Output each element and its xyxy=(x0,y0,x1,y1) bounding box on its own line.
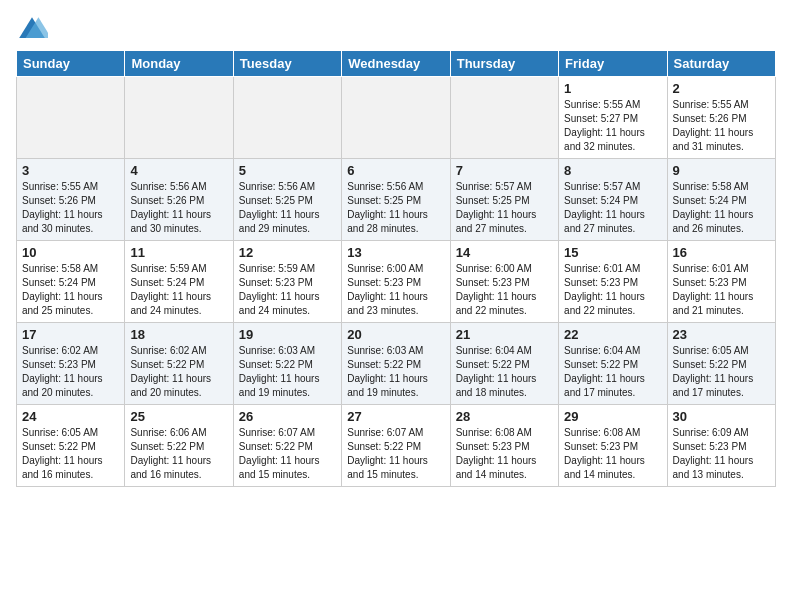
day-number: 29 xyxy=(564,409,661,424)
calendar-cell: 25Sunrise: 6:06 AM Sunset: 5:22 PM Dayli… xyxy=(125,405,233,487)
calendar-cell: 4Sunrise: 5:56 AM Sunset: 5:26 PM Daylig… xyxy=(125,159,233,241)
day-info: Sunrise: 5:57 AM Sunset: 5:24 PM Dayligh… xyxy=(564,180,661,236)
day-info: Sunrise: 6:02 AM Sunset: 5:23 PM Dayligh… xyxy=(22,344,119,400)
day-number: 12 xyxy=(239,245,336,260)
calendar-cell: 10Sunrise: 5:58 AM Sunset: 5:24 PM Dayli… xyxy=(17,241,125,323)
weekday-header: Wednesday xyxy=(342,51,450,77)
day-number: 23 xyxy=(673,327,770,342)
day-number: 2 xyxy=(673,81,770,96)
weekday-header: Friday xyxy=(559,51,667,77)
day-info: Sunrise: 6:07 AM Sunset: 5:22 PM Dayligh… xyxy=(347,426,444,482)
day-number: 9 xyxy=(673,163,770,178)
day-number: 3 xyxy=(22,163,119,178)
day-number: 28 xyxy=(456,409,553,424)
calendar-cell: 17Sunrise: 6:02 AM Sunset: 5:23 PM Dayli… xyxy=(17,323,125,405)
day-number: 25 xyxy=(130,409,227,424)
calendar-cell: 7Sunrise: 5:57 AM Sunset: 5:25 PM Daylig… xyxy=(450,159,558,241)
day-info: Sunrise: 5:55 AM Sunset: 5:26 PM Dayligh… xyxy=(22,180,119,236)
day-info: Sunrise: 5:55 AM Sunset: 5:27 PM Dayligh… xyxy=(564,98,661,154)
calendar-week: 24Sunrise: 6:05 AM Sunset: 5:22 PM Dayli… xyxy=(17,405,776,487)
calendar-cell: 21Sunrise: 6:04 AM Sunset: 5:22 PM Dayli… xyxy=(450,323,558,405)
calendar-cell: 28Sunrise: 6:08 AM Sunset: 5:23 PM Dayli… xyxy=(450,405,558,487)
day-number: 26 xyxy=(239,409,336,424)
weekday-header: Tuesday xyxy=(233,51,341,77)
calendar-cell: 27Sunrise: 6:07 AM Sunset: 5:22 PM Dayli… xyxy=(342,405,450,487)
calendar-cell: 26Sunrise: 6:07 AM Sunset: 5:22 PM Dayli… xyxy=(233,405,341,487)
day-number: 18 xyxy=(130,327,227,342)
calendar-cell: 8Sunrise: 5:57 AM Sunset: 5:24 PM Daylig… xyxy=(559,159,667,241)
day-info: Sunrise: 6:05 AM Sunset: 5:22 PM Dayligh… xyxy=(673,344,770,400)
calendar-cell: 20Sunrise: 6:03 AM Sunset: 5:22 PM Dayli… xyxy=(342,323,450,405)
day-info: Sunrise: 6:06 AM Sunset: 5:22 PM Dayligh… xyxy=(130,426,227,482)
day-number: 6 xyxy=(347,163,444,178)
day-info: Sunrise: 5:56 AM Sunset: 5:26 PM Dayligh… xyxy=(130,180,227,236)
day-info: Sunrise: 6:05 AM Sunset: 5:22 PM Dayligh… xyxy=(22,426,119,482)
day-number: 13 xyxy=(347,245,444,260)
day-number: 17 xyxy=(22,327,119,342)
day-number: 19 xyxy=(239,327,336,342)
page: SundayMondayTuesdayWednesdayThursdayFrid… xyxy=(0,0,792,612)
day-info: Sunrise: 6:04 AM Sunset: 5:22 PM Dayligh… xyxy=(564,344,661,400)
day-info: Sunrise: 5:58 AM Sunset: 5:24 PM Dayligh… xyxy=(673,180,770,236)
calendar-cell: 30Sunrise: 6:09 AM Sunset: 5:23 PM Dayli… xyxy=(667,405,775,487)
day-number: 10 xyxy=(22,245,119,260)
calendar-week: 3Sunrise: 5:55 AM Sunset: 5:26 PM Daylig… xyxy=(17,159,776,241)
calendar-cell: 29Sunrise: 6:08 AM Sunset: 5:23 PM Dayli… xyxy=(559,405,667,487)
day-info: Sunrise: 6:09 AM Sunset: 5:23 PM Dayligh… xyxy=(673,426,770,482)
calendar-cell: 19Sunrise: 6:03 AM Sunset: 5:22 PM Dayli… xyxy=(233,323,341,405)
calendar-cell: 22Sunrise: 6:04 AM Sunset: 5:22 PM Dayli… xyxy=(559,323,667,405)
day-info: Sunrise: 6:01 AM Sunset: 5:23 PM Dayligh… xyxy=(564,262,661,318)
day-number: 27 xyxy=(347,409,444,424)
day-info: Sunrise: 6:08 AM Sunset: 5:23 PM Dayligh… xyxy=(564,426,661,482)
calendar-cell: 5Sunrise: 5:56 AM Sunset: 5:25 PM Daylig… xyxy=(233,159,341,241)
day-info: Sunrise: 5:56 AM Sunset: 5:25 PM Dayligh… xyxy=(239,180,336,236)
calendar-cell: 15Sunrise: 6:01 AM Sunset: 5:23 PM Dayli… xyxy=(559,241,667,323)
calendar-cell xyxy=(450,77,558,159)
day-info: Sunrise: 6:03 AM Sunset: 5:22 PM Dayligh… xyxy=(347,344,444,400)
day-number: 5 xyxy=(239,163,336,178)
header-row: SundayMondayTuesdayWednesdayThursdayFrid… xyxy=(17,51,776,77)
day-info: Sunrise: 5:55 AM Sunset: 5:26 PM Dayligh… xyxy=(673,98,770,154)
day-number: 30 xyxy=(673,409,770,424)
day-info: Sunrise: 6:01 AM Sunset: 5:23 PM Dayligh… xyxy=(673,262,770,318)
calendar-cell: 6Sunrise: 5:56 AM Sunset: 5:25 PM Daylig… xyxy=(342,159,450,241)
day-number: 14 xyxy=(456,245,553,260)
day-number: 11 xyxy=(130,245,227,260)
day-info: Sunrise: 5:59 AM Sunset: 5:23 PM Dayligh… xyxy=(239,262,336,318)
calendar-cell: 14Sunrise: 6:00 AM Sunset: 5:23 PM Dayli… xyxy=(450,241,558,323)
day-info: Sunrise: 6:07 AM Sunset: 5:22 PM Dayligh… xyxy=(239,426,336,482)
weekday-header: Saturday xyxy=(667,51,775,77)
day-number: 21 xyxy=(456,327,553,342)
weekday-header: Thursday xyxy=(450,51,558,77)
day-info: Sunrise: 5:56 AM Sunset: 5:25 PM Dayligh… xyxy=(347,180,444,236)
day-number: 7 xyxy=(456,163,553,178)
calendar-cell: 18Sunrise: 6:02 AM Sunset: 5:22 PM Dayli… xyxy=(125,323,233,405)
day-number: 8 xyxy=(564,163,661,178)
logo-icon xyxy=(16,14,48,46)
calendar-cell: 12Sunrise: 5:59 AM Sunset: 5:23 PM Dayli… xyxy=(233,241,341,323)
day-info: Sunrise: 6:04 AM Sunset: 5:22 PM Dayligh… xyxy=(456,344,553,400)
calendar-week: 1Sunrise: 5:55 AM Sunset: 5:27 PM Daylig… xyxy=(17,77,776,159)
calendar-cell: 16Sunrise: 6:01 AM Sunset: 5:23 PM Dayli… xyxy=(667,241,775,323)
calendar-cell: 2Sunrise: 5:55 AM Sunset: 5:26 PM Daylig… xyxy=(667,77,775,159)
weekday-header: Monday xyxy=(125,51,233,77)
day-info: Sunrise: 5:58 AM Sunset: 5:24 PM Dayligh… xyxy=(22,262,119,318)
calendar-cell: 23Sunrise: 6:05 AM Sunset: 5:22 PM Dayli… xyxy=(667,323,775,405)
day-number: 1 xyxy=(564,81,661,96)
calendar-cell xyxy=(342,77,450,159)
day-info: Sunrise: 6:00 AM Sunset: 5:23 PM Dayligh… xyxy=(456,262,553,318)
header xyxy=(16,10,776,46)
calendar-cell: 24Sunrise: 6:05 AM Sunset: 5:22 PM Dayli… xyxy=(17,405,125,487)
calendar-cell xyxy=(125,77,233,159)
day-number: 4 xyxy=(130,163,227,178)
day-info: Sunrise: 6:02 AM Sunset: 5:22 PM Dayligh… xyxy=(130,344,227,400)
day-info: Sunrise: 5:59 AM Sunset: 5:24 PM Dayligh… xyxy=(130,262,227,318)
calendar: SundayMondayTuesdayWednesdayThursdayFrid… xyxy=(16,50,776,487)
calendar-week: 17Sunrise: 6:02 AM Sunset: 5:23 PM Dayli… xyxy=(17,323,776,405)
day-number: 22 xyxy=(564,327,661,342)
logo xyxy=(16,14,52,46)
day-number: 20 xyxy=(347,327,444,342)
calendar-cell: 11Sunrise: 5:59 AM Sunset: 5:24 PM Dayli… xyxy=(125,241,233,323)
day-number: 15 xyxy=(564,245,661,260)
weekday-header: Sunday xyxy=(17,51,125,77)
